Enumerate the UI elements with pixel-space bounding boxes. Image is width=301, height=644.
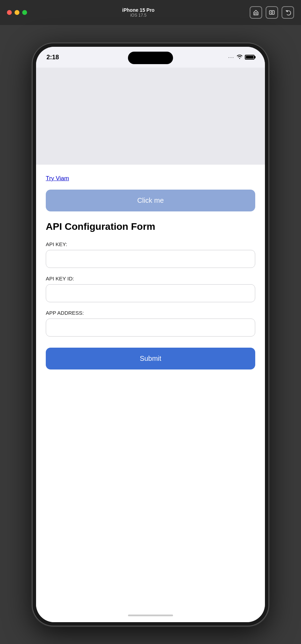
titlebar-icons — [250, 6, 294, 19]
home-indicator — [128, 615, 173, 616]
status-icons: ··· — [228, 54, 255, 60]
mac-titlebar: iPhone 15 Pro iOS 17.5 — [0, 0, 301, 25]
bottom-bar — [36, 608, 265, 622]
api-key-group: API KEY: — [46, 241, 255, 268]
dynamic-island — [128, 52, 173, 64]
api-key-id-label: API KEY ID: — [46, 276, 255, 281]
traffic-light-yellow[interactable] — [15, 10, 19, 15]
titlebar-title: iPhone 15 Pro — [122, 7, 154, 13]
svg-rect-0 — [269, 11, 274, 15]
app-address-group: APP ADDRESS: — [46, 310, 255, 337]
battery-icon — [245, 55, 255, 60]
app-address-label: APP ADDRESS: — [46, 310, 255, 316]
api-key-id-group: API KEY ID: — [46, 276, 255, 302]
battery-fill — [246, 56, 253, 59]
wifi-icon — [237, 54, 243, 60]
iphone-device: 2:18 ··· Try Viam — [33, 43, 268, 626]
try-viam-link[interactable]: Try Viam — [46, 175, 69, 182]
api-key-id-input[interactable] — [46, 284, 255, 302]
phone-screen: 2:18 ··· Try Viam — [36, 47, 265, 622]
titlebar-subtitle: iOS 17.5 — [130, 13, 147, 18]
traffic-lights — [7, 10, 27, 15]
form-title: API Configuration Form — [46, 221, 255, 232]
home-icon-button[interactable] — [250, 6, 262, 19]
traffic-light-red[interactable] — [7, 10, 12, 15]
svg-point-1 — [271, 11, 273, 13]
api-key-input[interactable] — [46, 250, 255, 268]
cellular-dots-icon: ··· — [228, 54, 234, 60]
traffic-light-green[interactable] — [22, 10, 27, 15]
rotate-icon-button[interactable] — [282, 6, 294, 19]
top-gray-area — [36, 68, 265, 165]
app-address-input[interactable] — [46, 319, 255, 337]
screenshot-icon-button[interactable] — [266, 6, 278, 19]
api-key-label: API KEY: — [46, 241, 255, 247]
status-bar: 2:18 ··· — [36, 47, 265, 68]
content-area: Try Viam Click me API Configuration Form… — [36, 165, 265, 608]
phone-wrapper: 2:18 ··· Try Viam — [0, 25, 301, 644]
status-time: 2:18 — [46, 54, 59, 61]
click-me-button[interactable]: Click me — [46, 190, 255, 211]
titlebar-center: iPhone 15 Pro iOS 17.5 — [27, 7, 250, 18]
submit-button[interactable]: Submit — [46, 348, 255, 369]
